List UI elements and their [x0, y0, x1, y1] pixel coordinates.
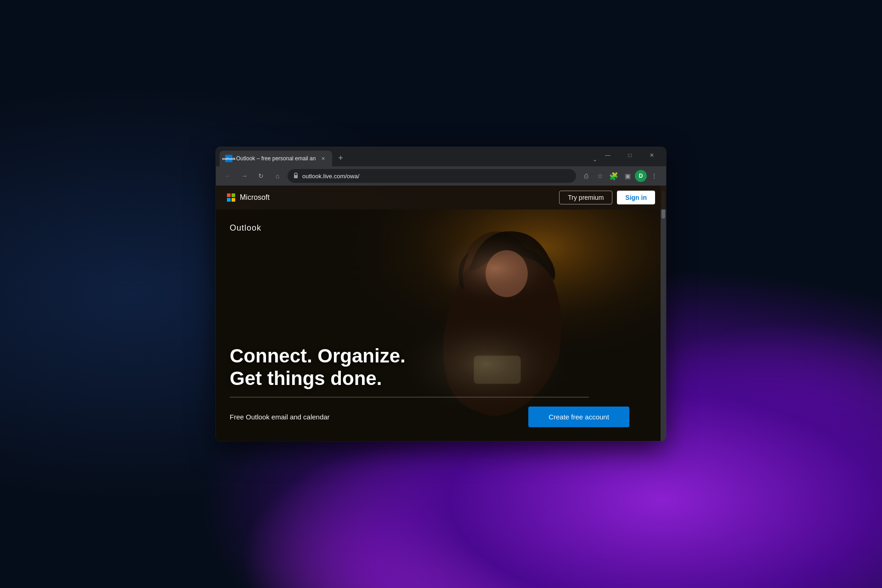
browser-titlebar: outlook Outlook – free personal email an… [216, 147, 666, 166]
profile-button[interactable]: D [635, 170, 647, 182]
microsoft-wordmark: Microsoft [240, 193, 270, 202]
tab-title: Outlook – free personal email an [236, 155, 316, 162]
more-button[interactable]: ⋮ [648, 170, 661, 182]
sign-in-button[interactable]: Sign in [617, 191, 655, 204]
lock-icon [293, 172, 299, 180]
extensions-icon: 🧩 [609, 172, 618, 181]
hero-divider [230, 397, 589, 397]
hero-bottom-bar: Free Outlook email and calendar Create f… [230, 407, 652, 441]
toolbar-actions: ⎙ ☆ 🧩 ▣ D ⋮ [580, 170, 661, 182]
hero-subtitle: Free Outlook email and calendar [230, 413, 330, 421]
browser-toolbar: ← → ↻ ⌂ outlook.live.com/owa/ ⎙ ☆ [216, 166, 666, 186]
sidebar-button[interactable]: ▣ [621, 170, 634, 182]
tab-favicon: outlook [225, 155, 232, 162]
microsoft-nav: Microsoft Try premium Sign in [216, 186, 666, 209]
hero-tagline-line1: Connect. Organize. [230, 345, 652, 367]
active-tab[interactable]: outlook Outlook – free personal email an… [220, 151, 332, 166]
cast-button[interactable]: ⎙ [580, 170, 593, 182]
bookmark-button[interactable]: ☆ [594, 170, 606, 182]
svg-rect-0 [294, 175, 298, 178]
hero-tagline: Connect. Organize. Get things done. [230, 345, 652, 390]
address-text: outlook.live.com/owa/ [302, 173, 571, 180]
hero-tagline-line2: Get things done. [230, 368, 652, 390]
forward-button[interactable]: → [238, 170, 251, 182]
webpage-content: Microsoft Try premium Sign in [216, 186, 666, 441]
address-bar[interactable]: outlook.live.com/owa/ [288, 169, 576, 183]
close-button[interactable]: ✕ [641, 148, 662, 163]
hero-section: Outlook Connect. Organize. Get things do… [216, 209, 666, 441]
home-button[interactable]: ⌂ [271, 170, 284, 182]
tab-strip: outlook Outlook – free personal email an… [220, 147, 593, 166]
microsoft-logo[interactable]: Microsoft [227, 193, 270, 202]
minimize-button[interactable]: — [597, 148, 618, 163]
maximize-button[interactable]: □ [619, 148, 640, 163]
tab-close-button[interactable]: ✕ [319, 155, 327, 162]
create-account-button[interactable]: Create free account [528, 407, 629, 427]
new-tab-button[interactable]: + [334, 152, 347, 164]
browser-window: outlook Outlook – free personal email an… [216, 147, 666, 441]
back-button[interactable]: ← [221, 170, 234, 182]
hero-content: Outlook Connect. Organize. Get things do… [216, 209, 666, 441]
hero-brand-label: Outlook [230, 223, 652, 233]
window-controls: — □ ✕ [597, 148, 662, 166]
nav-actions: Try premium Sign in [559, 191, 655, 204]
try-premium-button[interactable]: Try premium [559, 191, 612, 204]
tabs-dropdown-button[interactable]: ⌄ [593, 156, 597, 163]
extensions-button[interactable]: 🧩 [607, 170, 620, 182]
reload-button[interactable]: ↻ [254, 170, 267, 182]
ms-grid-icon [227, 193, 235, 202]
